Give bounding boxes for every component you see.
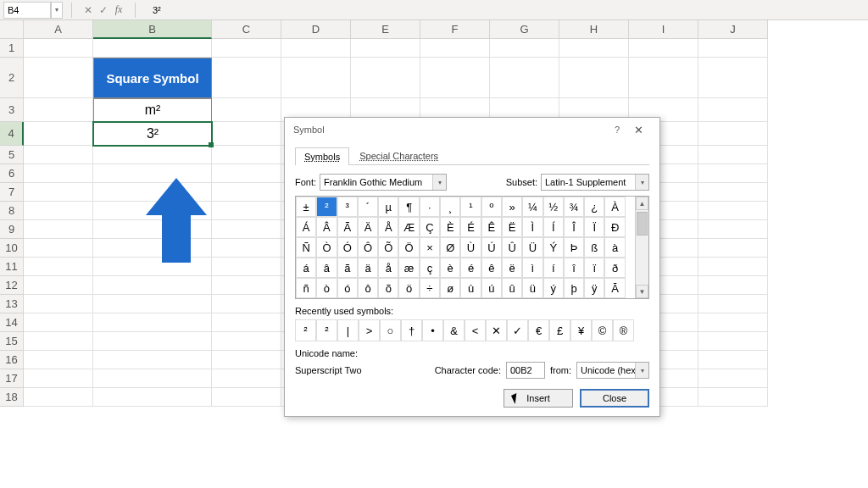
cell-d1[interactable] [281,39,351,58]
cell-j11[interactable] [698,258,768,276]
cell-c6[interactable] [212,164,281,183]
symbol-cell[interactable]: æ [398,258,419,278]
cell-a5[interactable] [24,146,93,164]
symbol-cell[interactable]: Ö [398,237,419,258]
symbol-cell[interactable]: è [440,258,460,278]
symbol-cell[interactable]: Û [502,237,522,258]
symbol-cell[interactable]: Ó [337,237,358,258]
cell-h2[interactable] [559,58,629,98]
col-header-d[interactable]: D [281,20,351,39]
symbol-cell[interactable]: Ò [316,237,337,258]
col-header-a[interactable]: A [24,20,93,39]
row-header-1[interactable]: 1 [0,39,24,58]
symbol-cell[interactable]: ½ [543,197,564,217]
symbol-cell[interactable]: ö [398,278,419,298]
cell-a16[interactable] [24,351,93,369]
recent-symbol[interactable]: ✓ [507,319,528,341]
symbol-cell[interactable]: ± [296,197,316,217]
insert-button[interactable]: Insert [504,389,573,408]
symbol-cell[interactable]: Ø [440,237,460,258]
symbol-cell[interactable]: Á [296,217,316,237]
cell-c12[interactable] [212,276,281,295]
cell-j3[interactable] [698,98,768,122]
symbol-cell[interactable]: È [440,217,460,237]
symbol-cell[interactable]: Î [564,217,584,237]
cell-j1[interactable] [698,39,768,58]
symbol-cell[interactable]: Ã [337,217,358,237]
symbol-cell[interactable]: Ï [584,217,604,237]
name-box-dropdown-icon[interactable]: ▾ [51,2,63,19]
cell-b11[interactable] [93,258,212,276]
cell-j6[interactable] [698,164,768,183]
row-header-3[interactable]: 3 [0,98,24,122]
cell-b17[interactable] [93,369,212,388]
scroll-down-icon[interactable]: ▼ [636,285,648,298]
cell-i2[interactable] [629,58,698,98]
chevron-down-icon[interactable]: ▾ [635,175,648,190]
symbol-cell[interactable]: à [604,237,625,258]
symbol-cell[interactable]: µ [378,197,398,217]
scroll-up-icon[interactable]: ▲ [636,197,648,210]
cell-a15[interactable] [24,332,93,351]
scrollbar-thumb[interactable] [637,212,648,236]
cell-c18[interactable] [212,388,281,407]
cell-j10[interactable] [698,239,768,258]
symbol-cell[interactable]: ï [584,258,604,278]
col-header-j[interactable]: J [698,20,768,39]
cell-j12[interactable] [698,276,768,295]
symbol-cell[interactable]: å [378,258,398,278]
cell-d2[interactable] [281,58,351,98]
symbol-cell[interactable]: Þ [564,237,584,258]
cell-c17[interactable] [212,369,281,388]
row-header-12[interactable]: 12 [0,276,24,295]
col-header-i[interactable]: I [629,20,698,39]
cell-a6[interactable] [24,164,93,183]
symbol-cell[interactable]: ý [543,278,564,298]
symbol-cell[interactable]: É [460,217,481,237]
symbol-cell[interactable]: Ā [604,278,625,298]
symbol-cell[interactable]: ç [420,258,440,278]
cell-a11[interactable] [24,258,93,276]
symbol-cell[interactable]: Ç [420,217,440,237]
symbol-cell[interactable]: ð [604,258,625,278]
cell-e2[interactable] [351,58,420,98]
cancel-icon[interactable]: ✕ [81,4,96,16]
formula-input[interactable]: 3² [144,5,868,15]
cell-c1[interactable] [212,39,281,58]
cell-f2[interactable] [420,58,490,98]
recent-symbol[interactable]: © [592,319,613,341]
cell-i1[interactable] [629,39,698,58]
cell-j8[interactable] [698,202,768,220]
symbol-cell[interactable]: Ë [502,217,522,237]
row-header-9[interactable]: 9 [0,220,24,239]
confirm-icon[interactable]: ✓ [96,4,111,16]
recent-symbol[interactable]: € [528,319,549,341]
cell-a3[interactable] [24,98,93,122]
cell-j18[interactable] [698,388,768,407]
recent-symbol[interactable]: & [443,319,465,341]
cell-b3[interactable]: m² [93,98,212,122]
recent-symbol[interactable]: | [337,319,359,341]
symbol-cell[interactable]: × [420,237,440,258]
symbol-cell[interactable]: ² [316,197,337,217]
cell-j4[interactable] [698,122,768,146]
symbol-cell[interactable]: · [420,197,440,217]
font-combo[interactable]: Franklin Gothic Medium▾ [320,174,447,191]
symbol-cell[interactable]: Æ [398,217,419,237]
symbol-cell[interactable]: ù [460,278,481,298]
col-header-e[interactable]: E [351,20,420,39]
symbol-cell[interactable]: ø [440,278,460,298]
symbol-cell[interactable]: â [316,258,337,278]
symbol-cell[interactable]: ñ [296,278,316,298]
symbol-cell[interactable]: ë [502,258,522,278]
cell-j16[interactable] [698,351,768,369]
name-box[interactable]: B4 [3,2,51,19]
cell-b2[interactable]: Square Symbol [93,58,212,98]
subset-combo[interactable]: Latin-1 Supplement▾ [541,174,649,191]
symbol-cell[interactable]: ¾ [564,197,584,217]
cell-j15[interactable] [698,332,768,351]
cell-a10[interactable] [24,239,93,258]
symbol-cell[interactable]: ì [522,258,542,278]
col-header-g[interactable]: G [490,20,559,39]
symbol-cell[interactable]: » [502,197,522,217]
